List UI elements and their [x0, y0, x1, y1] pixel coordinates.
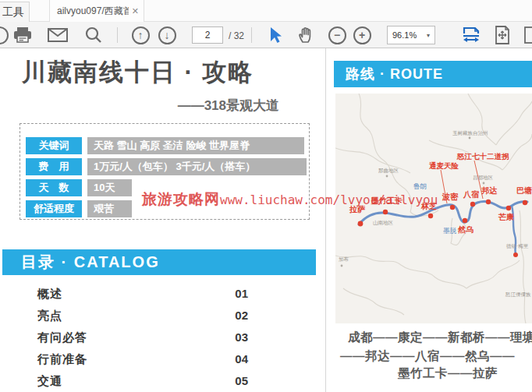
previous-page-icon[interactable]: ↑	[131, 26, 150, 44]
select-cursor-icon[interactable]	[267, 26, 284, 44]
map-region-shannan: 山南地区	[373, 220, 394, 225]
info-label-comfort: 舒适程度	[26, 200, 82, 217]
info-value-days: 10天	[87, 179, 132, 196]
column-divider	[325, 48, 326, 392]
watermark-site-name: 旅游攻略网	[142, 191, 220, 207]
map-region-changdu: 昌都地区	[473, 175, 494, 181]
watermark-url: www.liuchaw.com/lvyou/ailvyou	[220, 192, 438, 207]
hand-tool-icon[interactable]	[296, 26, 317, 44]
map-city-bangda: 邦达	[481, 186, 498, 195]
tab-bar: 工具 ailvyou097/西藏首... ✕	[0, 0, 532, 22]
catalog-item-preparation[interactable]: 行前准备	[37, 352, 87, 367]
route-text-line-2: ——邦达——八宿——然乌——	[340, 348, 515, 365]
catalog-page-highlights: 02	[222, 309, 248, 322]
document-tab-label: ailvyou097/西藏首...	[57, 5, 129, 18]
map-poi-nujiang72: 怒江七十二道拐	[456, 152, 509, 161]
catalog-page-qa: 03	[222, 330, 248, 344]
info-value-comfort: 艰苦	[87, 200, 132, 217]
route-header-banner: 路线 · ROUTE	[334, 61, 532, 87]
email-icon[interactable]	[47, 26, 69, 44]
page-subtitle: ——318景观大道	[0, 97, 279, 115]
route-text-line-3: 墨竹工卡——拉萨	[398, 366, 498, 382]
pdf-reader-window: 工具 ailvyou097/西藏首... ✕	[0, 0, 532, 392]
rotate-view-icon[interactable]	[523, 26, 532, 44]
catalog-page-transport: 05	[222, 374, 248, 387]
info-label-keywords: 关键词	[26, 137, 82, 154]
zoom-out-icon[interactable]: −	[328, 26, 346, 44]
map-region-nujiang: 怒江傈僳族	[505, 291, 531, 298]
info-value-cost: 1万元/人（包车） 3千元/人（搭车）	[87, 158, 307, 175]
page-total-label: / 32	[229, 30, 244, 41]
map-region-yushu: 玉树藏族自治州	[452, 130, 488, 136]
page-number-input[interactable]	[192, 26, 223, 44]
info-label-cost: 费 用	[26, 158, 82, 175]
page-title: 川藏南线十日 · 攻略	[22, 56, 254, 89]
document-tab[interactable]: ailvyou097/西藏首... ✕	[49, 0, 144, 22]
map-poi-tongmai: 通麦天险	[429, 161, 459, 170]
catalog-item-transport[interactable]: 交通	[37, 374, 62, 389]
catalog-page-preparation: 04	[222, 352, 248, 366]
tools-tab[interactable]: 工具	[0, 2, 30, 23]
map-city-bomi: 波密	[442, 192, 459, 201]
map-region-deqin: 德钦·梅里	[506, 243, 529, 249]
next-page-icon[interactable]: ↓	[158, 26, 176, 44]
catalog-header-banner: 目录 · CATALOG	[2, 249, 316, 275]
zoom-level-value: 96.1%	[392, 30, 417, 40]
catalog-item-overview[interactable]: 概述	[37, 287, 62, 302]
search-icon[interactable]	[84, 26, 103, 44]
map-city-batang: 巴塘	[516, 186, 532, 195]
toolbar-separator	[117, 27, 118, 43]
map-region-naqu: 那曲地区	[378, 168, 399, 174]
fit-width-icon[interactable]	[460, 26, 482, 44]
catalog-item-highlights[interactable]: 亮点	[37, 309, 62, 323]
save-icon[interactable]	[0, 26, 9, 44]
fit-page-icon[interactable]	[493, 26, 512, 44]
map-town-motuo: 墨脱	[443, 227, 457, 235]
zoom-level-dropdown[interactable]: 96.1% ▾	[387, 26, 435, 44]
toolbar: ↑ ↓ / 32 − + 96.1% ▾	[0, 22, 532, 48]
toolbar-separator	[251, 27, 252, 43]
watermark: 旅游攻略网www.liuchaw.com/lvyou/ailvyou	[142, 189, 438, 210]
close-icon[interactable]: ✕	[132, 6, 139, 16]
map-region-jiabu: 加布	[339, 256, 349, 262]
map-city-basu: 八宿	[463, 190, 479, 199]
catalog-page-overview: 01	[222, 287, 248, 300]
map-city-ranwu: 然乌	[457, 225, 473, 234]
map-city-mangkang: 芒康	[498, 213, 514, 221]
document-page: 川藏南线十日 · 攻略 ——318景观大道 关键词 天路 雪山 高原 圣洁 险峻…	[0, 48, 532, 392]
info-value-keywords: 天路 雪山 高原 圣洁 险峻 世界屋脊	[87, 137, 304, 154]
info-label-days: 天 数	[26, 179, 82, 196]
catalog-item-qa[interactable]: 有问必答	[37, 330, 87, 345]
print-icon[interactable]	[12, 26, 33, 44]
route-text-line-1: 成都——康定——新都桥——理塘	[348, 330, 532, 346]
zoom-in-icon[interactable]: +	[353, 26, 371, 44]
chevron-down-icon: ▾	[427, 32, 430, 39]
